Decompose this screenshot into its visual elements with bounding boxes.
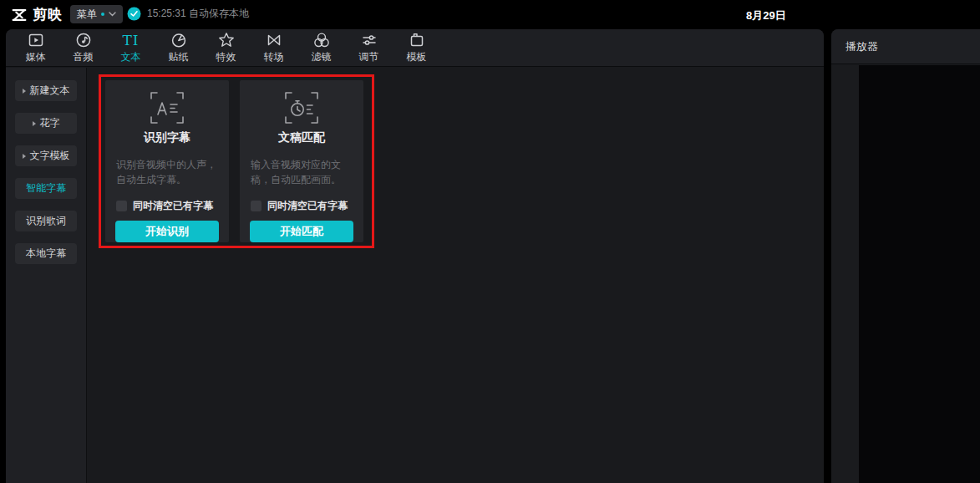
menu-notification-dot xyxy=(101,13,104,16)
app-logo: 剪映 xyxy=(10,5,63,24)
player-title: 播放器 xyxy=(845,39,878,54)
media-icon xyxy=(27,31,45,49)
transition-icon xyxy=(265,31,283,49)
text-sidebar: 新建文本 花字 文字模板 智能字幕 识别歌词 本地字幕 xyxy=(6,68,87,483)
assets-panel: 媒体 音频 TI 文本 xyxy=(6,29,824,483)
sidebar-item-fancy-text[interactable]: 花字 xyxy=(15,113,77,134)
card-title: 识别字幕 xyxy=(105,130,229,145)
sidebar-item-smart-subtitle[interactable]: 智能字幕 xyxy=(15,178,77,199)
tab-sticker[interactable]: 贴纸 xyxy=(155,29,202,67)
player-header: 播放器 xyxy=(831,29,980,64)
autosave-check-icon xyxy=(127,7,141,21)
card-description: 识别音视频中的人声，自动生成字幕。 xyxy=(116,157,221,187)
start-recognize-button[interactable]: 开始识别 xyxy=(115,221,219,242)
caret-right-icon xyxy=(23,154,26,159)
audio-icon xyxy=(74,31,93,49)
filter-icon xyxy=(312,31,331,49)
tab-sticker-label: 贴纸 xyxy=(169,50,189,64)
app-logo-text: 剪映 xyxy=(33,5,63,24)
capcut-logo-icon xyxy=(10,7,28,23)
caret-right-icon xyxy=(23,89,26,94)
menu-button[interactable]: 菜单 xyxy=(70,5,123,23)
tab-media[interactable]: 媒体 xyxy=(12,29,59,67)
text-icon: TI xyxy=(122,31,139,49)
tab-audio-label: 音频 xyxy=(74,50,94,64)
tab-transition[interactable]: 转场 xyxy=(250,29,297,67)
adjust-icon xyxy=(360,31,378,49)
tab-filter[interactable]: 滤镜 xyxy=(297,29,345,67)
player-panel: 播放器 xyxy=(831,29,980,483)
checkbox-unchecked[interactable] xyxy=(116,201,127,211)
tab-template-label: 模板 xyxy=(407,50,427,64)
effects-icon xyxy=(217,31,236,49)
chevron-down-icon xyxy=(109,12,116,17)
card-title: 文稿匹配 xyxy=(240,130,363,145)
tab-media-label: 媒体 xyxy=(26,50,46,64)
sidebar-item-local-subtitle[interactable]: 本地字幕 xyxy=(15,243,77,264)
tab-text-label: 文本 xyxy=(121,50,141,64)
template-icon xyxy=(408,31,426,49)
tab-effects-label: 特效 xyxy=(216,50,236,64)
card-description: 输入音视频对应的文稿，自动匹配画面。 xyxy=(251,157,356,187)
tab-text[interactable]: TI 文本 xyxy=(107,29,155,67)
tab-adjust[interactable]: 调节 xyxy=(345,29,393,67)
clear-existing-subtitle-checkbox-row[interactable]: 同时清空已有字幕 xyxy=(251,199,348,213)
tab-audio[interactable]: 音频 xyxy=(59,29,107,67)
tab-adjust-label: 调节 xyxy=(359,50,379,64)
panel-body: 新建文本 花字 文字模板 智能字幕 识别歌词 本地字幕 xyxy=(6,68,824,483)
autosave-text: 15:25:31 自动保存本地 xyxy=(147,7,249,21)
checkbox-unchecked[interactable] xyxy=(251,201,262,211)
recognize-subtitle-icon xyxy=(145,89,189,130)
tab-transition-label: 转场 xyxy=(264,50,284,64)
sidebar-item-text-template[interactable]: 文字模板 xyxy=(15,145,77,166)
caret-right-icon xyxy=(33,121,36,126)
project-date: 8月29日 xyxy=(746,8,786,23)
player-viewport[interactable] xyxy=(859,65,980,483)
autosave-status: 15:25:31 自动保存本地 xyxy=(127,7,249,21)
top-bar: 剪映 菜单 15:25:31 自动保存本地 8月29日 xyxy=(0,0,980,28)
app-window: 剪映 菜单 15:25:31 自动保存本地 8月29日 xyxy=(0,0,980,483)
smart-subtitle-content: 识别字幕 识别音视频中的人声，自动生成字幕。 同时清空已有字幕 开始识别 xyxy=(87,68,824,483)
red-annotation-box: 识别字幕 识别音视频中的人声，自动生成字幕。 同时清空已有字幕 开始识别 xyxy=(99,74,374,248)
sidebar-item-recognize-lyrics[interactable]: 识别歌词 xyxy=(15,211,77,231)
tab-template[interactable]: 模板 xyxy=(393,29,440,67)
asset-type-toolbar: 媒体 音频 TI 文本 xyxy=(6,29,824,67)
tab-effects[interactable]: 特效 xyxy=(202,29,250,67)
sidebar-item-new-text[interactable]: 新建文本 xyxy=(15,80,77,101)
text-match-icon xyxy=(280,89,323,130)
text-match-card: 文稿匹配 输入音视频对应的文稿，自动匹配画面。 同时清空已有字幕 开始匹配 xyxy=(240,80,363,242)
start-match-button[interactable]: 开始匹配 xyxy=(250,221,353,242)
sticker-icon xyxy=(170,31,188,49)
tab-filter-label: 滤镜 xyxy=(312,50,332,64)
clear-existing-subtitle-checkbox-row[interactable]: 同时清空已有字幕 xyxy=(116,199,213,213)
recognize-subtitle-card: 识别字幕 识别音视频中的人声，自动生成字幕。 同时清空已有字幕 开始识别 xyxy=(105,80,229,242)
menu-button-label: 菜单 xyxy=(77,8,97,22)
